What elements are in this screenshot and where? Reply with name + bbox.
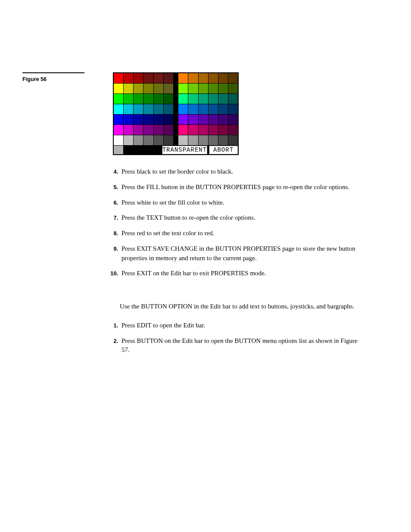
abort-button[interactable]: ABORT bbox=[209, 146, 238, 154]
color-swatch[interactable] bbox=[209, 115, 218, 125]
step-item: Press EXIT SAVE CHANGE in the BUTTON PRO… bbox=[120, 244, 365, 263]
color-swatch[interactable] bbox=[134, 135, 143, 146]
transparent-button[interactable]: TRANSPARENT bbox=[162, 146, 207, 154]
color-swatch[interactable] bbox=[178, 73, 188, 84]
color-swatch[interactable] bbox=[154, 94, 164, 104]
color-swatch[interactable] bbox=[199, 115, 209, 125]
color-swatch[interactable] bbox=[114, 125, 124, 135]
color-swatch[interactable] bbox=[143, 115, 153, 125]
color-swatch[interactable] bbox=[143, 84, 153, 94]
palette-corner-swatch[interactable] bbox=[114, 146, 124, 154]
color-swatch[interactable] bbox=[228, 84, 238, 94]
color-swatch[interactable] bbox=[209, 135, 218, 146]
step-item: Press the FILL button in the BUTTON PROP… bbox=[120, 183, 365, 192]
color-swatch[interactable] bbox=[199, 94, 209, 104]
color-swatch[interactable] bbox=[164, 84, 174, 94]
color-swatch[interactable] bbox=[164, 104, 174, 115]
paragraph: Use the BUTTON OPTION in the Edit bar to… bbox=[120, 302, 365, 311]
color-swatch[interactable] bbox=[199, 104, 209, 115]
figure-rule bbox=[22, 72, 84, 73]
color-swatch[interactable] bbox=[134, 94, 143, 104]
color-swatch[interactable] bbox=[228, 135, 238, 146]
color-swatch[interactable] bbox=[134, 115, 143, 125]
color-swatch[interactable] bbox=[134, 125, 143, 135]
color-swatch[interactable] bbox=[134, 73, 143, 84]
color-swatch[interactable] bbox=[218, 135, 228, 146]
color-swatch[interactable] bbox=[164, 115, 174, 125]
color-swatch[interactable] bbox=[124, 104, 134, 115]
color-swatch[interactable] bbox=[124, 125, 134, 135]
color-swatch[interactable] bbox=[154, 125, 164, 135]
color-swatch[interactable] bbox=[134, 84, 143, 94]
color-swatch[interactable] bbox=[228, 94, 238, 104]
color-swatch[interactable] bbox=[164, 94, 174, 104]
color-swatch[interactable] bbox=[218, 104, 228, 115]
color-swatch[interactable] bbox=[154, 135, 164, 146]
step-item: Press the TEXT button to re-open the col… bbox=[120, 213, 365, 223]
step-text: Press black to set the border color to b… bbox=[121, 168, 233, 175]
color-swatch[interactable] bbox=[143, 94, 153, 104]
color-swatch[interactable] bbox=[143, 135, 153, 146]
color-swatch[interactable] bbox=[178, 125, 188, 135]
color-swatch[interactable] bbox=[209, 94, 218, 104]
color-swatch[interactable] bbox=[134, 104, 143, 115]
color-swatch[interactable] bbox=[199, 84, 209, 94]
color-swatch[interactable] bbox=[154, 104, 164, 115]
color-swatch[interactable] bbox=[178, 84, 188, 94]
color-swatch[interactable] bbox=[124, 135, 134, 146]
color-swatch[interactable] bbox=[114, 104, 124, 115]
color-swatch[interactable] bbox=[164, 135, 174, 146]
color-swatch[interactable] bbox=[178, 94, 188, 104]
color-swatch[interactable] bbox=[209, 104, 218, 115]
color-swatch[interactable] bbox=[199, 135, 209, 146]
color-swatch[interactable] bbox=[143, 104, 153, 115]
color-swatch[interactable] bbox=[124, 84, 134, 94]
color-swatch[interactable] bbox=[228, 73, 238, 84]
color-swatch[interactable] bbox=[114, 115, 124, 125]
color-swatch[interactable] bbox=[154, 73, 164, 84]
color-swatch[interactable] bbox=[188, 94, 198, 104]
color-swatch[interactable] bbox=[124, 94, 134, 104]
color-swatch[interactable] bbox=[188, 125, 198, 135]
step-item: Press EDIT to open the Edit bar. bbox=[120, 321, 365, 330]
color-swatch[interactable] bbox=[178, 104, 188, 115]
color-swatch[interactable] bbox=[188, 84, 198, 94]
color-swatch[interactable] bbox=[154, 84, 164, 94]
palette-gap bbox=[174, 94, 179, 104]
color-swatch[interactable] bbox=[228, 125, 238, 135]
color-swatch[interactable] bbox=[228, 104, 238, 115]
palette-gap bbox=[174, 125, 179, 135]
color-swatch[interactable] bbox=[188, 115, 198, 125]
step-text: Press BUTTON on the Edit bar to open the… bbox=[121, 337, 358, 354]
step-text: Press EXIT SAVE CHANGE in the BUTTON PRO… bbox=[121, 245, 355, 261]
color-swatch[interactable] bbox=[218, 115, 228, 125]
color-swatch[interactable] bbox=[164, 73, 174, 84]
color-swatch[interactable] bbox=[164, 125, 174, 135]
palette-row bbox=[114, 135, 238, 146]
color-swatch[interactable] bbox=[218, 73, 228, 84]
color-swatch[interactable] bbox=[114, 84, 124, 94]
color-swatch[interactable] bbox=[188, 135, 198, 146]
color-swatch[interactable] bbox=[143, 73, 153, 84]
color-swatch[interactable] bbox=[178, 115, 188, 125]
color-swatch[interactable] bbox=[188, 104, 198, 115]
color-swatch[interactable] bbox=[143, 125, 153, 135]
color-swatch[interactable] bbox=[114, 73, 124, 84]
color-swatch[interactable] bbox=[124, 115, 134, 125]
color-swatch[interactable] bbox=[154, 115, 164, 125]
color-swatch[interactable] bbox=[209, 84, 218, 94]
color-swatch[interactable] bbox=[114, 135, 124, 146]
color-swatch[interactable] bbox=[188, 73, 198, 84]
color-swatch[interactable] bbox=[218, 94, 228, 104]
color-swatch[interactable] bbox=[218, 84, 228, 94]
palette-gap bbox=[174, 84, 179, 93]
color-swatch[interactable] bbox=[209, 125, 218, 135]
color-swatch[interactable] bbox=[124, 73, 134, 84]
color-swatch[interactable] bbox=[218, 125, 228, 135]
color-swatch[interactable] bbox=[199, 125, 209, 135]
color-swatch[interactable] bbox=[228, 115, 238, 125]
color-swatch[interactable] bbox=[114, 94, 124, 104]
color-swatch[interactable] bbox=[199, 73, 209, 84]
color-swatch[interactable] bbox=[178, 135, 188, 146]
color-swatch[interactable] bbox=[209, 73, 218, 84]
